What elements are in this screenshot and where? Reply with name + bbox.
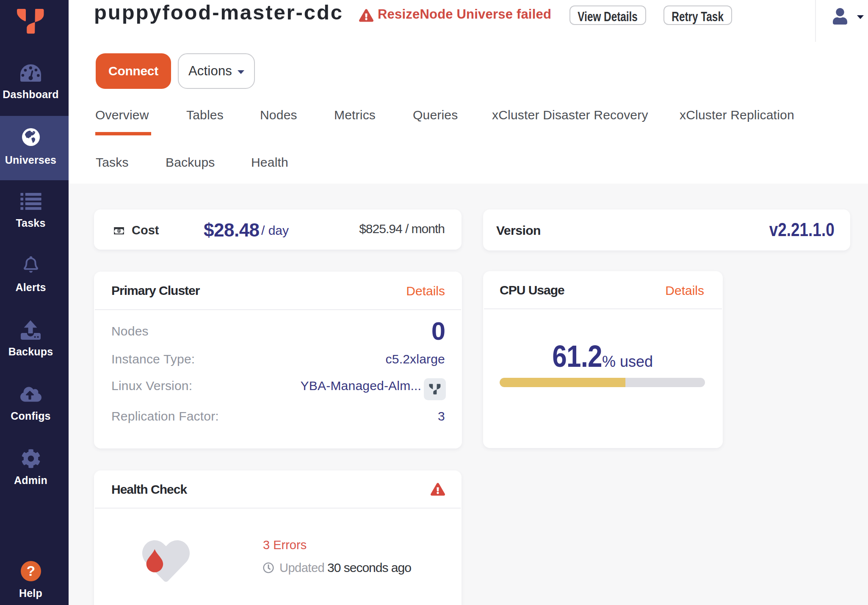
svg-text:?: ?	[26, 563, 35, 579]
